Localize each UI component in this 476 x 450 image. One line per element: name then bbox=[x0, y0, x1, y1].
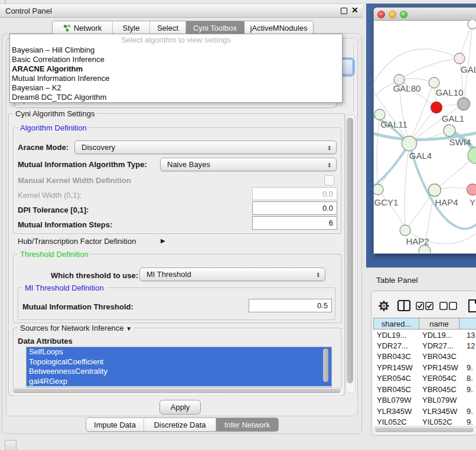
network-canvas[interactable]: GALGAL80GAL10GAL1GAL11SWI4GAL4GCY1HAP4YH… bbox=[374, 20, 476, 253]
network-node[interactable] bbox=[444, 125, 455, 136]
table-cell[interactable]: YBR043C bbox=[373, 352, 419, 361]
network-node[interactable] bbox=[429, 77, 439, 88]
deselect-all-columns-icon[interactable] bbox=[439, 302, 457, 310]
hub-expand-arrow-icon[interactable]: ▶ bbox=[161, 238, 165, 244]
table-cell[interactable]: YER054C bbox=[419, 374, 459, 383]
algorithm-option[interactable]: Bayesian – Hill Climbing bbox=[10, 45, 342, 55]
float-panel-icon[interactable] bbox=[341, 8, 347, 14]
table-row[interactable]: YDL19...YDL19...13 bbox=[373, 330, 476, 340]
table-row[interactable]: YDR27...YDR27...12 bbox=[373, 340, 476, 351]
attribute-item[interactable]: SelfLoops bbox=[27, 347, 331, 357]
table-cell[interactable]: YBR045C bbox=[419, 385, 459, 394]
table-cell[interactable]: YLR345W bbox=[373, 407, 419, 416]
attribute-item[interactable]: gal4RGexp bbox=[27, 377, 331, 387]
column-header[interactable]: A bbox=[459, 318, 476, 330]
tab-impute-data[interactable]: Impute Data bbox=[86, 418, 144, 431]
network-node[interactable] bbox=[400, 225, 410, 236]
table-hscrollbar-thumb[interactable] bbox=[375, 428, 474, 432]
tab-select[interactable]: Select bbox=[150, 21, 186, 34]
table-cell[interactable]: 12 bbox=[459, 341, 476, 350]
tab-infer-network[interactable]: Infer Network bbox=[216, 418, 278, 431]
table-cell[interactable]: YIL052C bbox=[373, 418, 419, 426]
network-node[interactable] bbox=[374, 109, 385, 120]
table-row[interactable]: YBR043CYBR043C bbox=[373, 351, 476, 362]
table-row[interactable]: YPR145WYPR145W9. bbox=[373, 362, 476, 373]
minimized-panel-icon[interactable] bbox=[5, 440, 17, 450]
column-header[interactable]: shared... bbox=[373, 318, 419, 330]
table-cell[interactable]: YBR043C bbox=[419, 352, 459, 361]
mi-steps-field[interactable]: 6 bbox=[252, 216, 337, 230]
tab-jactivemnodules[interactable]: jActiveMNodules bbox=[244, 21, 313, 34]
tab-style[interactable]: Style bbox=[113, 21, 150, 34]
table-cell[interactable]: 9. bbox=[459, 407, 476, 416]
table-cell[interactable]: YDL19... bbox=[419, 331, 459, 340]
table-cell[interactable]: YBL079W bbox=[419, 396, 459, 405]
network-node[interactable] bbox=[454, 53, 465, 64]
network-edge[interactable] bbox=[377, 115, 380, 190]
settings-scrollbar-thumb[interactable] bbox=[347, 118, 353, 383]
data-attributes-list[interactable]: SelfLoopsTopologicalCoefficientBetweenne… bbox=[26, 347, 332, 387]
attribute-item[interactable]: TopologicalCoefficient bbox=[27, 357, 331, 367]
attributes-scrollbar-thumb[interactable] bbox=[323, 348, 328, 382]
panel-doc-icon[interactable] bbox=[468, 299, 476, 313]
algorithm-option[interactable]: ARACNE Algorithm bbox=[10, 64, 342, 74]
tab-discretize-data[interactable]: Discretize Data bbox=[144, 418, 216, 431]
node-table[interactable]: shared...nameA YDL19...YDL19...13YDR27..… bbox=[373, 318, 476, 426]
table-cell[interactable]: YPR145W bbox=[419, 363, 459, 372]
table-row[interactable]: YLR345WYLR345W9. bbox=[373, 406, 476, 416]
split-columns-icon[interactable] bbox=[397, 299, 411, 313]
table-cell[interactable]: YDL19... bbox=[373, 331, 419, 340]
aracne-mode-combo[interactable]: Discovery ▲▼ bbox=[74, 141, 337, 154]
table-settings-gear-icon[interactable] bbox=[377, 299, 391, 313]
table-hscrollbar[interactable] bbox=[373, 426, 476, 435]
minimize-window-icon[interactable] bbox=[389, 11, 396, 18]
table-cell[interactable]: YDR27... bbox=[419, 341, 459, 350]
network-node[interactable] bbox=[402, 136, 417, 151]
table-cell[interactable]: YIL052C bbox=[419, 418, 459, 426]
network-node[interactable] bbox=[374, 184, 383, 195]
network-edge[interactable] bbox=[405, 144, 409, 230]
table-cell[interactable]: 9. bbox=[459, 385, 476, 394]
table-cell[interactable]: YER054C bbox=[373, 374, 419, 383]
network-node[interactable] bbox=[458, 98, 470, 110]
table-cell[interactable]: 9. bbox=[459, 363, 476, 372]
algorithm-option[interactable]: Basic Correlation Inference bbox=[10, 55, 342, 64]
mi-type-combo[interactable]: Naive Bayes ▲▼ bbox=[160, 158, 337, 171]
select-all-columns-icon[interactable] bbox=[416, 302, 433, 310]
table-cell[interactable]: 9. bbox=[459, 418, 476, 426]
network-node[interactable] bbox=[429, 184, 441, 197]
table-cell[interactable]: 13 bbox=[459, 331, 476, 340]
sources-collapse-arrow-icon[interactable]: ▼ bbox=[126, 325, 132, 332]
network-node[interactable] bbox=[467, 184, 476, 195]
network-edge[interactable] bbox=[378, 190, 405, 230]
algorithm-option[interactable]: Mutual Information Inference bbox=[10, 74, 342, 83]
table-cell[interactable]: YLR345W bbox=[419, 407, 459, 416]
table-cell[interactable]: 8. bbox=[459, 374, 476, 383]
network-edge[interactable] bbox=[399, 58, 459, 80]
network-node[interactable] bbox=[468, 20, 476, 29]
table-row[interactable]: YIL052CYIL052C9. bbox=[373, 417, 476, 426]
table-cell[interactable]: YBR045C bbox=[373, 385, 419, 394]
table-row[interactable]: YER054CYER054C8. bbox=[373, 373, 476, 384]
dpi-tolerance-field[interactable]: 0.0 bbox=[252, 201, 337, 215]
table-cell[interactable]: YBL079W bbox=[373, 396, 419, 405]
column-header[interactable]: name bbox=[419, 318, 459, 330]
tab-cyni-toolbox[interactable]: Cyni Toolbox bbox=[186, 21, 244, 34]
zoom-window-icon[interactable] bbox=[400, 11, 407, 18]
algorithm-dropdown[interactable]: Select algorithm to view settings Bayesi… bbox=[9, 34, 343, 103]
attribute-item[interactable]: BetweennessCentrality bbox=[27, 367, 331, 377]
which-threshold-combo[interactable]: MI Threshold ▲▼ bbox=[139, 268, 325, 281]
settings-hscrollbar[interactable] bbox=[11, 387, 344, 396]
close-panel-icon[interactable]: ✕ bbox=[351, 5, 358, 15]
settings-scrollbar[interactable] bbox=[345, 115, 356, 393]
table-cell[interactable]: YDR27... bbox=[373, 341, 419, 350]
algorithm-option[interactable]: Dream8 DC_TDC Algorithm bbox=[10, 93, 342, 102]
mi-threshold-field[interactable]: 0.5 bbox=[249, 299, 332, 312]
apply-button[interactable]: Apply bbox=[159, 400, 201, 415]
algorithm-option[interactable]: Bayesian – K2 bbox=[10, 83, 342, 93]
table-row[interactable]: YBL079WYBL079W bbox=[373, 395, 476, 406]
manual-kernel-checkbox[interactable] bbox=[324, 175, 334, 185]
table-row[interactable]: YBR045CYBR045C9. bbox=[373, 384, 476, 394]
close-window-icon[interactable] bbox=[377, 11, 385, 18]
table-cell[interactable]: YPR145W bbox=[373, 363, 419, 372]
